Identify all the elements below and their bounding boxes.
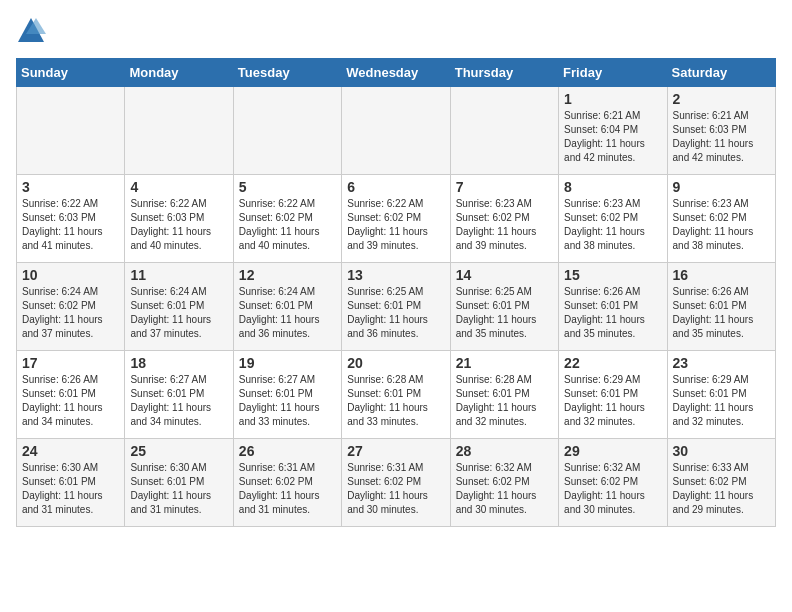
day-number: 6 — [347, 179, 444, 195]
calendar-cell: 27Sunrise: 6:31 AM Sunset: 6:02 PM Dayli… — [342, 439, 450, 527]
logo-icon — [16, 16, 46, 46]
calendar-cell: 26Sunrise: 6:31 AM Sunset: 6:02 PM Dayli… — [233, 439, 341, 527]
day-info: Sunrise: 6:26 AM Sunset: 6:01 PM Dayligh… — [22, 373, 119, 429]
calendar-cell: 19Sunrise: 6:27 AM Sunset: 6:01 PM Dayli… — [233, 351, 341, 439]
page-header — [16, 16, 776, 46]
calendar-cell: 25Sunrise: 6:30 AM Sunset: 6:01 PM Dayli… — [125, 439, 233, 527]
weekday-header: Sunday — [17, 59, 125, 87]
day-info: Sunrise: 6:33 AM Sunset: 6:02 PM Dayligh… — [673, 461, 770, 517]
calendar-cell: 11Sunrise: 6:24 AM Sunset: 6:01 PM Dayli… — [125, 263, 233, 351]
day-number: 19 — [239, 355, 336, 371]
calendar-cell: 30Sunrise: 6:33 AM Sunset: 6:02 PM Dayli… — [667, 439, 775, 527]
calendar-cell: 22Sunrise: 6:29 AM Sunset: 6:01 PM Dayli… — [559, 351, 667, 439]
calendar-cell: 1Sunrise: 6:21 AM Sunset: 6:04 PM Daylig… — [559, 87, 667, 175]
day-number: 13 — [347, 267, 444, 283]
day-info: Sunrise: 6:26 AM Sunset: 6:01 PM Dayligh… — [564, 285, 661, 341]
calendar-table: SundayMondayTuesdayWednesdayThursdayFrid… — [16, 58, 776, 527]
calendar-cell: 16Sunrise: 6:26 AM Sunset: 6:01 PM Dayli… — [667, 263, 775, 351]
calendar-cell: 28Sunrise: 6:32 AM Sunset: 6:02 PM Dayli… — [450, 439, 558, 527]
day-info: Sunrise: 6:26 AM Sunset: 6:01 PM Dayligh… — [673, 285, 770, 341]
calendar-week-row: 24Sunrise: 6:30 AM Sunset: 6:01 PM Dayli… — [17, 439, 776, 527]
day-number: 17 — [22, 355, 119, 371]
day-number: 11 — [130, 267, 227, 283]
calendar-cell: 21Sunrise: 6:28 AM Sunset: 6:01 PM Dayli… — [450, 351, 558, 439]
day-info: Sunrise: 6:24 AM Sunset: 6:01 PM Dayligh… — [239, 285, 336, 341]
day-info: Sunrise: 6:29 AM Sunset: 6:01 PM Dayligh… — [673, 373, 770, 429]
weekday-header: Saturday — [667, 59, 775, 87]
calendar-cell — [342, 87, 450, 175]
day-number: 8 — [564, 179, 661, 195]
calendar-cell: 12Sunrise: 6:24 AM Sunset: 6:01 PM Dayli… — [233, 263, 341, 351]
calendar-cell — [125, 87, 233, 175]
calendar-week-row: 17Sunrise: 6:26 AM Sunset: 6:01 PM Dayli… — [17, 351, 776, 439]
day-info: Sunrise: 6:28 AM Sunset: 6:01 PM Dayligh… — [456, 373, 553, 429]
day-info: Sunrise: 6:23 AM Sunset: 6:02 PM Dayligh… — [673, 197, 770, 253]
calendar-week-row: 1Sunrise: 6:21 AM Sunset: 6:04 PM Daylig… — [17, 87, 776, 175]
day-number: 20 — [347, 355, 444, 371]
calendar-cell: 24Sunrise: 6:30 AM Sunset: 6:01 PM Dayli… — [17, 439, 125, 527]
day-info: Sunrise: 6:21 AM Sunset: 6:04 PM Dayligh… — [564, 109, 661, 165]
day-number: 14 — [456, 267, 553, 283]
day-info: Sunrise: 6:27 AM Sunset: 6:01 PM Dayligh… — [239, 373, 336, 429]
day-info: Sunrise: 6:32 AM Sunset: 6:02 PM Dayligh… — [456, 461, 553, 517]
weekday-header: Wednesday — [342, 59, 450, 87]
day-number: 25 — [130, 443, 227, 459]
day-info: Sunrise: 6:23 AM Sunset: 6:02 PM Dayligh… — [456, 197, 553, 253]
calendar-cell: 23Sunrise: 6:29 AM Sunset: 6:01 PM Dayli… — [667, 351, 775, 439]
day-info: Sunrise: 6:27 AM Sunset: 6:01 PM Dayligh… — [130, 373, 227, 429]
calendar-cell: 2Sunrise: 6:21 AM Sunset: 6:03 PM Daylig… — [667, 87, 775, 175]
day-number: 30 — [673, 443, 770, 459]
weekday-header: Thursday — [450, 59, 558, 87]
calendar-cell: 20Sunrise: 6:28 AM Sunset: 6:01 PM Dayli… — [342, 351, 450, 439]
day-info: Sunrise: 6:25 AM Sunset: 6:01 PM Dayligh… — [456, 285, 553, 341]
day-info: Sunrise: 6:24 AM Sunset: 6:01 PM Dayligh… — [130, 285, 227, 341]
day-info: Sunrise: 6:32 AM Sunset: 6:02 PM Dayligh… — [564, 461, 661, 517]
day-info: Sunrise: 6:22 AM Sunset: 6:03 PM Dayligh… — [130, 197, 227, 253]
day-number: 26 — [239, 443, 336, 459]
calendar-cell: 10Sunrise: 6:24 AM Sunset: 6:02 PM Dayli… — [17, 263, 125, 351]
day-info: Sunrise: 6:31 AM Sunset: 6:02 PM Dayligh… — [239, 461, 336, 517]
calendar-cell: 29Sunrise: 6:32 AM Sunset: 6:02 PM Dayli… — [559, 439, 667, 527]
day-number: 16 — [673, 267, 770, 283]
day-info: Sunrise: 6:25 AM Sunset: 6:01 PM Dayligh… — [347, 285, 444, 341]
day-info: Sunrise: 6:22 AM Sunset: 6:03 PM Dayligh… — [22, 197, 119, 253]
calendar-cell: 13Sunrise: 6:25 AM Sunset: 6:01 PM Dayli… — [342, 263, 450, 351]
day-number: 27 — [347, 443, 444, 459]
day-info: Sunrise: 6:30 AM Sunset: 6:01 PM Dayligh… — [22, 461, 119, 517]
day-info: Sunrise: 6:22 AM Sunset: 6:02 PM Dayligh… — [347, 197, 444, 253]
calendar-cell: 9Sunrise: 6:23 AM Sunset: 6:02 PM Daylig… — [667, 175, 775, 263]
day-number: 3 — [22, 179, 119, 195]
calendar-week-row: 10Sunrise: 6:24 AM Sunset: 6:02 PM Dayli… — [17, 263, 776, 351]
weekday-header: Friday — [559, 59, 667, 87]
day-info: Sunrise: 6:29 AM Sunset: 6:01 PM Dayligh… — [564, 373, 661, 429]
calendar-cell: 15Sunrise: 6:26 AM Sunset: 6:01 PM Dayli… — [559, 263, 667, 351]
calendar-body: 1Sunrise: 6:21 AM Sunset: 6:04 PM Daylig… — [17, 87, 776, 527]
day-number: 5 — [239, 179, 336, 195]
calendar-cell: 8Sunrise: 6:23 AM Sunset: 6:02 PM Daylig… — [559, 175, 667, 263]
day-number: 2 — [673, 91, 770, 107]
weekday-header: Monday — [125, 59, 233, 87]
day-info: Sunrise: 6:22 AM Sunset: 6:02 PM Dayligh… — [239, 197, 336, 253]
day-info: Sunrise: 6:24 AM Sunset: 6:02 PM Dayligh… — [22, 285, 119, 341]
calendar-cell: 4Sunrise: 6:22 AM Sunset: 6:03 PM Daylig… — [125, 175, 233, 263]
day-number: 29 — [564, 443, 661, 459]
day-number: 23 — [673, 355, 770, 371]
calendar-cell: 17Sunrise: 6:26 AM Sunset: 6:01 PM Dayli… — [17, 351, 125, 439]
day-number: 24 — [22, 443, 119, 459]
day-number: 21 — [456, 355, 553, 371]
calendar-cell — [450, 87, 558, 175]
day-number: 10 — [22, 267, 119, 283]
day-number: 7 — [456, 179, 553, 195]
day-number: 9 — [673, 179, 770, 195]
calendar-cell: 5Sunrise: 6:22 AM Sunset: 6:02 PM Daylig… — [233, 175, 341, 263]
calendar-cell: 6Sunrise: 6:22 AM Sunset: 6:02 PM Daylig… — [342, 175, 450, 263]
day-number: 4 — [130, 179, 227, 195]
day-number: 15 — [564, 267, 661, 283]
calendar-cell — [233, 87, 341, 175]
weekday-row: SundayMondayTuesdayWednesdayThursdayFrid… — [17, 59, 776, 87]
day-number: 28 — [456, 443, 553, 459]
day-info: Sunrise: 6:23 AM Sunset: 6:02 PM Dayligh… — [564, 197, 661, 253]
calendar-cell: 7Sunrise: 6:23 AM Sunset: 6:02 PM Daylig… — [450, 175, 558, 263]
weekday-header: Tuesday — [233, 59, 341, 87]
calendar-cell: 18Sunrise: 6:27 AM Sunset: 6:01 PM Dayli… — [125, 351, 233, 439]
